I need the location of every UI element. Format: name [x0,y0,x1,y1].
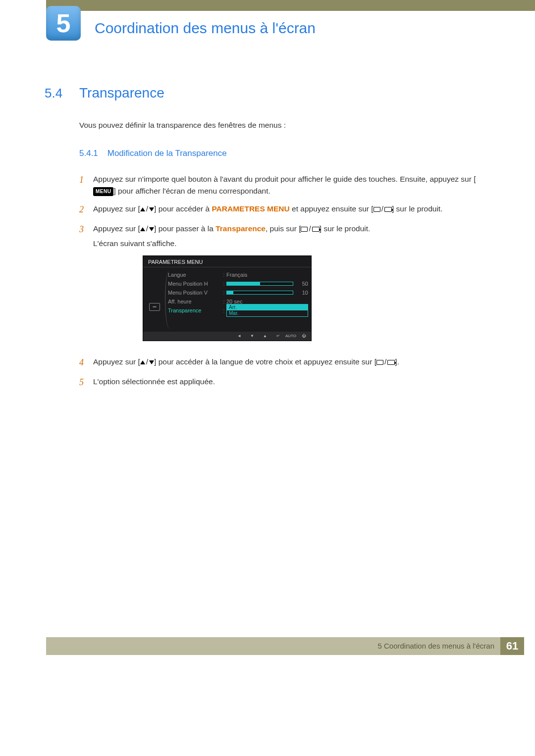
up-arrow-icon [140,360,145,364]
chapter-title: Coordination des menus à l'écran [95,20,316,37]
steps-list-cont: 4 Appuyez sur [/] pour accéder à la lang… [79,356,490,390]
osd-option-selected: Arr. [227,304,308,310]
step-2: 2 Appuyez sur [/] pour accéder à PARAMET… [79,203,490,217]
osd-auto-label: AUTO [287,334,294,339]
step-text: L'option sélectionnée est appliquée. [93,376,490,390]
step-4: 4 Appuyez sur [/] pour accéder à la lang… [79,356,490,370]
highlighted-term: PARAMETRES MENU [212,204,289,213]
osd-row-transparence: Transparence : Arr. Mar. [168,306,308,315]
footer-chapter-label: 5 Coordination des menus à l'écran [46,637,500,655]
osd-slider [226,282,293,286]
section-title: Transparence [79,85,164,101]
step-number: 2 [79,203,93,217]
up-arrow-icon [140,207,145,211]
osd-row-position-h: Menu Position H : 50 [168,279,308,288]
osd-enter-icon: ↵ [274,334,281,339]
subsection-title: Modification de la Transparence [107,149,227,158]
rect-icon [376,360,383,365]
rect-icon [374,207,380,212]
osd-up-icon: ▲ [262,334,268,339]
osd-back-icon: ◄ [236,334,243,339]
section-intro: Vous pouvez définir la transparence des … [79,121,490,130]
osd-title: PARAMETRES MENU [143,256,311,267]
osd-power-icon: ⏻ [300,334,307,339]
osd-option-box: Arr. Mar. [226,304,308,317]
rect-icon [301,227,308,232]
step-text: Appuyez sur [/] pour accéder à la langue… [93,356,490,370]
section-number: 5.4 [45,86,79,101]
osd-screenshot: PARAMETRES MENU Langue : Français Menu P… [143,255,312,341]
step-number: 3 [79,223,93,250]
step-tail: L'écran suivant s'affiche. [93,238,490,250]
step-text: Appuyez sur [/] pour accéder à PARAMETRE… [93,203,490,217]
steps-list: 1 Appuyez sur n'importe quel bouton à l'… [79,173,490,250]
subsection-number: 5.4.1 [79,149,98,158]
step-text: Appuyez sur [/] pour passer à la Transpa… [93,223,490,250]
down-arrow-icon [149,207,154,211]
osd-row-langue: Langue : Français [168,270,308,279]
osd-row-position-v: Menu Position V : 10 [168,288,308,297]
rect-arrow-icon [312,227,320,232]
menu-button-pill: MENU [93,187,113,196]
page-number: 61 [500,637,524,655]
osd-slider [226,291,293,295]
chapter-header: 5 Coordination des menus à l'écran [0,11,535,41]
section-heading: 5.4 Transparence [45,85,490,101]
chapter-number-badge: 5 [46,6,81,41]
subsection-heading: 5.4.1 Modification de la Transparence [79,149,490,158]
osd-down-icon: ▼ [249,334,256,339]
step-3: 3 Appuyez sur [/] pour passer à la Trans… [79,223,490,250]
step-text: Appuyez sur n'importe quel bouton à l'av… [93,173,490,197]
rect-arrow-icon [387,360,395,365]
rect-arrow-icon [384,207,392,212]
osd-option: Mar. [227,310,308,316]
step-1: 1 Appuyez sur n'importe quel bouton à l'… [79,173,490,197]
osd-footer-icons: ◄ ▼ ▲ ↵ AUTO ⏻ [143,332,311,341]
up-arrow-icon [140,227,145,231]
page-footer: 5 Coordination des menus à l'écran 61 [0,637,535,655]
step-number: 5 [79,376,93,390]
down-arrow-icon [149,360,154,364]
step-5: 5 L'option sélectionnée est appliquée. [79,376,490,390]
step-number: 1 [79,173,93,197]
down-arrow-icon [149,227,154,231]
osd-category-icon [149,303,160,311]
highlighted-term: Transparence [215,224,266,233]
step-number: 4 [79,356,93,370]
